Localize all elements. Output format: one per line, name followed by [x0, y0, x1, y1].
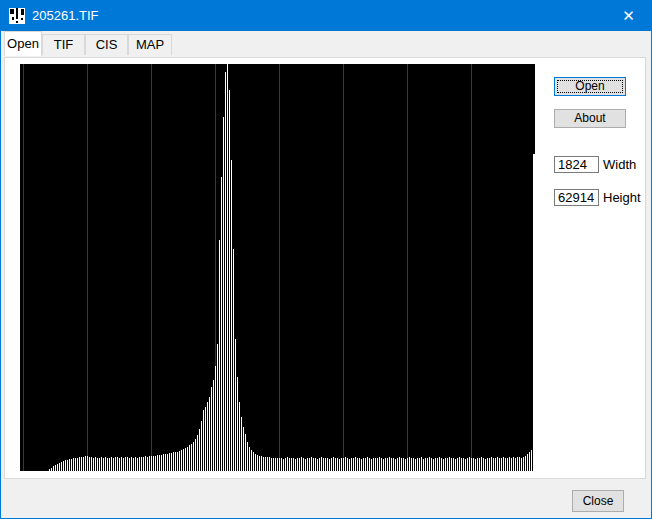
histogram-bar — [371, 459, 372, 471]
histogram-bar — [239, 402, 240, 471]
titlebar: 205261.TIF ✕ — [1, 1, 651, 31]
histogram-bar — [321, 457, 322, 471]
histogram-bar — [411, 458, 412, 471]
histogram-bar — [349, 459, 350, 471]
histogram-bar — [397, 458, 398, 471]
histogram-bar — [383, 459, 384, 471]
histogram-bar — [519, 457, 520, 471]
histogram-bar — [395, 459, 396, 471]
histogram-bar — [365, 458, 366, 471]
open-button[interactable]: Open — [554, 77, 626, 96]
histogram-bar — [317, 459, 318, 471]
tab-cis[interactable]: CIS — [85, 34, 128, 55]
histogram-bar — [213, 380, 214, 471]
histogram-bar — [53, 466, 54, 471]
histogram-bar — [167, 454, 168, 471]
histogram-bar — [445, 458, 446, 471]
histogram-bar — [119, 458, 120, 471]
histogram-bar — [223, 117, 224, 471]
histogram-bar — [303, 458, 304, 471]
histogram-bar — [525, 456, 526, 471]
histogram-bar — [193, 442, 194, 471]
histogram-bar — [125, 457, 126, 471]
histogram-bar — [79, 457, 80, 471]
histogram-bar — [295, 459, 296, 471]
histogram-bar — [353, 458, 354, 471]
histogram-bar — [207, 402, 208, 471]
histogram-bar — [117, 457, 118, 471]
histogram-bar — [249, 447, 250, 471]
histogram-bar — [513, 457, 514, 471]
histogram-bar — [261, 456, 262, 471]
histogram-bar — [259, 456, 260, 471]
histogram-bar — [107, 458, 108, 471]
histogram-bar — [323, 458, 324, 471]
histogram-bar — [141, 457, 142, 471]
histogram-bar — [181, 450, 182, 471]
tab-map[interactable]: MAP — [128, 34, 172, 55]
histogram-bar — [341, 458, 342, 471]
histogram-bar — [305, 459, 306, 471]
histogram-bar — [499, 458, 500, 471]
histogram-bar — [229, 90, 230, 471]
histogram-gridline — [471, 64, 472, 471]
histogram-bar — [483, 458, 484, 471]
histogram-gridline — [407, 64, 408, 471]
width-field[interactable]: 1824 — [554, 156, 599, 173]
histogram-bar — [355, 457, 356, 471]
about-button[interactable]: About — [554, 109, 626, 128]
histogram-bar — [369, 458, 370, 471]
histogram-bar — [61, 462, 62, 471]
close-button[interactable]: Close — [572, 490, 624, 512]
histogram-bar — [251, 450, 252, 471]
histogram-bar — [487, 458, 488, 471]
histogram-bar — [115, 457, 116, 471]
histogram-gridline — [87, 64, 88, 471]
histogram-bar — [291, 458, 292, 471]
histogram-bar — [157, 455, 158, 471]
height-field[interactable]: 62914 — [554, 189, 599, 206]
histogram-bar — [477, 458, 478, 471]
histogram-bar — [435, 458, 436, 471]
histogram-bar — [211, 387, 212, 471]
histogram-bar — [129, 458, 130, 471]
histogram-bar — [175, 452, 176, 471]
tab-open[interactable]: Open — [4, 31, 42, 56]
histogram-bar — [389, 457, 390, 471]
histogram-bar — [151, 456, 152, 471]
histogram-bar — [57, 464, 58, 471]
histogram-bar — [461, 458, 462, 471]
histogram-bar — [173, 452, 174, 471]
histogram-bar — [279, 458, 280, 471]
histogram-bar — [301, 457, 302, 471]
histogram-bar — [287, 457, 288, 471]
histogram-bar — [313, 458, 314, 471]
histogram-bar — [215, 366, 216, 471]
histogram-bar — [403, 458, 404, 471]
histogram-bar — [357, 458, 358, 471]
tab-tif[interactable]: TIF — [42, 34, 85, 55]
histogram-bar — [449, 457, 450, 471]
histogram-bar — [227, 64, 228, 471]
histogram-bar — [343, 458, 344, 471]
histogram-bar — [283, 459, 284, 471]
histogram-bar — [217, 344, 218, 471]
histogram-gridline — [279, 64, 280, 471]
histogram-bar — [471, 458, 472, 471]
histogram-bar — [509, 457, 510, 471]
histogram-bar — [421, 457, 422, 471]
app-window: 205261.TIF ✕ Open TIF CIS MAP Open About… — [0, 0, 652, 519]
histogram-bar — [315, 458, 316, 471]
histogram-bar — [409, 457, 410, 471]
histogram-bar — [233, 249, 234, 471]
histogram-bar — [497, 457, 498, 471]
histogram-bar — [385, 458, 386, 471]
histogram-bar — [277, 458, 278, 471]
histogram-bar — [177, 452, 178, 471]
histogram-bar — [453, 458, 454, 471]
histogram-bar — [441, 458, 442, 471]
histogram-bar — [149, 456, 150, 471]
histogram-bar — [133, 458, 134, 471]
close-window-icon[interactable]: ✕ — [606, 1, 651, 31]
histogram-bar — [467, 458, 468, 471]
